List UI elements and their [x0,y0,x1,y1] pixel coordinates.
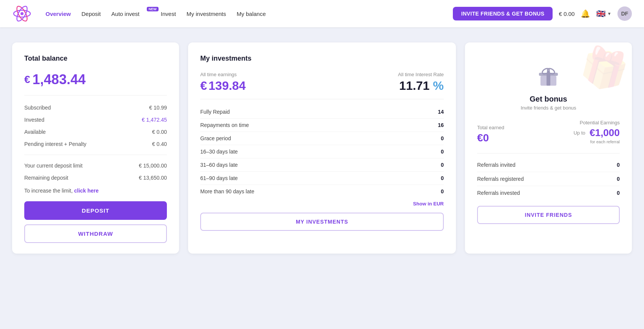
language-selector[interactable]: 🇬🇧 ▼ [596,9,611,18]
inv-row-repayments-on-time: Repayments on time 16 [200,119,444,132]
user-avatar[interactable]: DF [617,6,632,21]
referrals-invested-row: Referrals invested 0 [477,186,620,200]
invested-label: Invested [24,117,44,123]
all-time-rate: All time Interest Rate 11.71 % [398,72,444,93]
header-balance: € 0.00 [559,11,575,17]
inv-divider [200,99,444,99]
nav-my-balance[interactable]: My balance [237,11,266,17]
for-each-text: for each referral [573,139,620,144]
show-in-eur-link[interactable]: Show in EUR [200,201,444,207]
my-investments-button[interactable]: MY INVESTMENTS [200,213,444,231]
earnings-row: All time earnings € 139.84 All time Inte… [200,72,444,93]
pending-value: € 0.40 [152,141,167,147]
get-bonus-title: Get bonus [477,95,620,103]
nav-my-investments[interactable]: My investments [187,11,226,17]
referrals-invited-row: Referrals invited 0 [477,158,620,172]
subscribed-label: Subscribed [24,105,51,111]
invite-friends-header-button[interactable]: INVITE FRIENDS & GET BONUS [453,7,553,20]
inv-row-fully-repaid: Fully Repaid 14 [200,105,444,119]
deposit-limit-label: Your current deposit limit [24,163,83,169]
deposit-limit-row: Your current deposit limit € 15,000.00 [24,160,167,172]
bell-icon[interactable]: 🔔 [581,9,590,18]
referrals-invited-value: 0 [617,162,620,168]
uk-flag-icon: 🇬🇧 [596,9,606,18]
total-balance-title: Total balance [24,55,167,63]
bonus-stats: Total earned €0 Potential Earnings Up to… [477,120,620,144]
inv-row-16-30: 16–30 days late 0 [200,145,444,158]
get-bonus-subtitle: Invite friends & get bonus [477,105,620,111]
referrals-registered-value: 0 [617,176,620,182]
svg-point-3 [20,12,24,15]
all-time-earnings: All time earnings € 139.84 [200,72,246,93]
chevron-down-icon: ▼ [607,11,611,16]
deposit-button[interactable]: DEPOSIT [24,201,167,220]
nav-right: INVITE FRIENDS & GET BONUS € 0.00 🔔 🇬🇧 ▼… [453,6,632,21]
referrals-registered-row: Referrals registered 0 [477,172,620,186]
increase-limit-link[interactable]: click here [74,188,99,194]
remaining-deposit-value: € 13,650.00 [139,175,167,181]
referrals-invested-value: 0 [617,190,620,196]
deposit-limit-section: Your current deposit limit € 15,000.00 R… [24,160,167,184]
inv-row-grace-period: Grace period 0 [200,132,444,145]
16-30-label: 16–30 days late [200,149,238,155]
nav-invest[interactable]: Invest [161,11,176,17]
31-60-value: 0 [441,162,444,168]
61-90-label: 61–90 days late [200,175,238,181]
fully-repaid-label: Fully Repaid [200,109,230,115]
total-balance-amount: € 1,483.44 [24,72,167,88]
inv-row-61-90: 61–90 days late 0 [200,172,444,185]
total-earned-label: Total earned [477,125,504,130]
total-balance-card: Total balance € 1,483.44 Subscribed € 10… [12,42,179,254]
increase-limit-text: To increase the limit, click here [24,188,167,194]
earnings-value: 139.84 [209,79,246,93]
available-label: Available [24,129,46,135]
potential-earnings-label: Potential Earnings [573,120,620,125]
balance-divider [24,155,167,155]
currency-symbol: € [24,74,30,86]
new-badge: NEW [147,7,159,11]
earnings-amount: € 139.84 [200,79,246,93]
nav-overview[interactable]: Overview [46,11,71,17]
total-earned-section: Total earned €0 [477,125,504,144]
logo[interactable] [12,4,32,24]
fully-repaid-value: 14 [438,109,444,115]
amount-value: 1,483.44 [33,72,86,88]
referral-rows: Referrals invited 0 Referrals registered… [477,153,620,200]
balance-rows: Subscribed € 10.99 Invested € 1,472.45 A… [24,95,167,150]
available-value: € 0.00 [152,129,167,135]
referrals-registered-label: Referrals registered [477,176,524,182]
nav-links: Overview Deposit Auto invest NEW Invest … [46,11,453,17]
interest-rate-value: 11.71 % [398,79,444,93]
repayments-value: 16 [438,122,444,128]
balance-row-invested: Invested € 1,472.45 [24,114,167,126]
90plus-label: More than 90 days late [200,188,254,194]
61-90-value: 0 [441,175,444,181]
potential-earnings-amount: Up to €1,000 [573,127,620,139]
percent-sign: % [433,79,444,92]
my-investments-card: My investments All time earnings € 139.8… [188,42,456,254]
nav-deposit[interactable]: Deposit [82,11,101,17]
referrals-invited-label: Referrals invited [477,162,515,168]
all-time-rate-label: All time Interest Rate [398,72,444,77]
inv-row-31-60: 31–60 days late 0 [200,158,444,172]
inv-row-90plus: More than 90 days late 0 [200,185,444,198]
main-content: Total balance € 1,483.44 Subscribed € 10… [0,27,644,269]
grace-period-value: 0 [441,135,444,141]
earnings-currency: € [200,79,207,93]
invested-value: € 1,472.45 [142,117,167,123]
subscribed-value: € 10.99 [149,105,167,111]
withdraw-button[interactable]: WITHDRAW [24,224,167,243]
potential-value: €1,000 [589,127,620,139]
invite-friends-card-button[interactable]: INVITE FRIENDS [477,206,620,224]
total-earned-amount: €0 [477,132,504,144]
pending-label: Pending interest + Penalty [24,141,86,147]
nav-auto-invest[interactable]: Auto invest NEW [112,11,150,17]
investment-rows: Fully Repaid 14 Repayments on time 16 Gr… [200,105,444,198]
gift-icon-wrap [477,62,620,89]
svg-rect-6 [547,73,550,86]
grace-period-label: Grace period [200,135,231,141]
all-time-earnings-label: All time earnings [200,72,246,77]
potential-earnings-section: Potential Earnings Up to €1,000 for each… [573,120,620,144]
gift-icon [535,62,562,89]
balance-row-available: Available € 0.00 [24,126,167,138]
